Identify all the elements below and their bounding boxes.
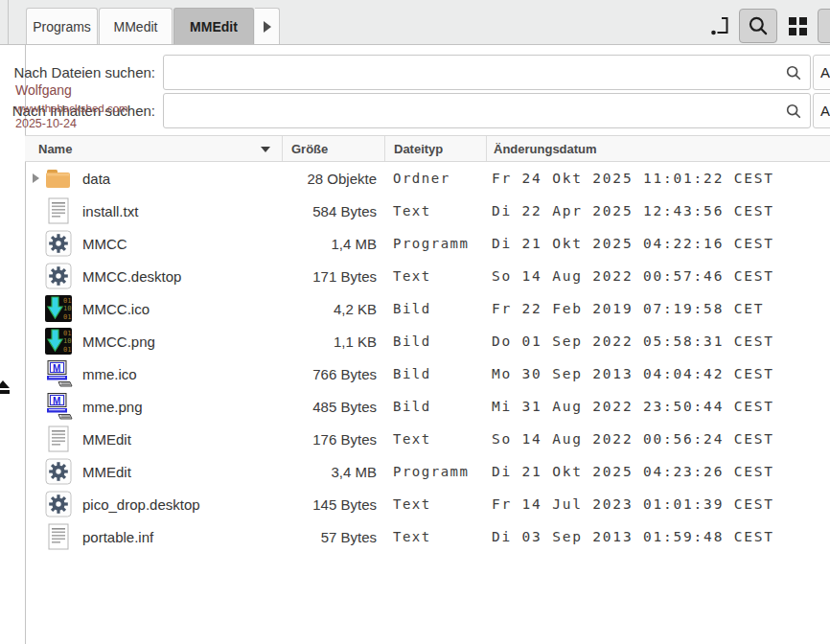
file-name: MMCC.desktop	[82, 268, 181, 285]
file-date: Fr 24 Okt 2025 11:01:22 CEST	[486, 171, 830, 186]
file-type: Programm	[384, 464, 486, 479]
column-header-size[interactable]: Größe	[282, 136, 384, 161]
file-size: 3,4 MB	[282, 464, 384, 480]
file-size: 57 Bytes	[282, 529, 384, 545]
search-content-input[interactable]	[172, 94, 779, 129]
table-row[interactable]: mme.ico 766 Bytes Bild Mo 30 Sep 2013 04…	[25, 357, 830, 390]
gear-icon	[44, 457, 73, 486]
file-type: Text	[384, 496, 486, 512]
file-date: Mi 31 Aug 2022 23:50:44 CEST	[486, 399, 830, 414]
search-content-side-button[interactable]: A	[813, 93, 830, 128]
file-type: Bild	[384, 366, 486, 381]
file-type: Bild	[384, 334, 486, 349]
watermark-date: 2025-10-24	[15, 118, 77, 130]
search-toggle-button[interactable]	[739, 9, 777, 43]
column-header-size-label: Größe	[291, 142, 328, 156]
file-date: So 14 Aug 2022 00:57:46 CEST	[486, 268, 830, 284]
column-header-date-label: Änderungsdatum	[494, 142, 597, 156]
list-view-button[interactable]	[818, 9, 830, 43]
column-header-name-label: Name	[38, 142, 72, 156]
column-header-name[interactable]: Name	[25, 136, 282, 161]
computer-icon	[44, 392, 73, 421]
file-size: 28 Objekte	[282, 171, 384, 187]
watermark-name: Wolfgang	[15, 83, 72, 97]
table-row[interactable]: install.txt 584 Bytes Text Di 22 Apr 202…	[25, 195, 830, 227]
column-header-type[interactable]: Dateityp	[384, 136, 486, 161]
file-name: mme.ico	[82, 366, 137, 382]
file-type: Programm	[384, 236, 486, 251]
tab-jump-button[interactable]	[706, 12, 735, 39]
search-files-field-wrap	[163, 55, 811, 90]
chevron-right-icon	[264, 21, 271, 33]
file-size: 176 Bytes	[282, 431, 384, 448]
file-size: 4,2 KB	[282, 301, 384, 317]
file-date: So 14 Aug 2022 00:56:24 CEST	[486, 431, 830, 447]
folder-icon	[44, 164, 73, 193]
file-type: Bild	[384, 399, 486, 414]
file-type: Text	[384, 268, 486, 284]
tab-programs[interactable]: Programs	[26, 8, 98, 44]
gear-icon	[44, 490, 73, 518]
file-date: Di 21 Okt 2025 04:22:16 CEST	[486, 236, 830, 251]
file-name: MMCC	[82, 236, 127, 252]
file-size: 485 Bytes	[282, 399, 384, 415]
download-binary-icon	[44, 327, 73, 356]
file-date: Mo 30 Sep 2013 04:04:42 CEST	[486, 366, 830, 381]
watermark-url: www.thebackshed.com	[15, 104, 128, 115]
file-size: 145 Bytes	[282, 496, 384, 513]
table-row[interactable]: portable.inf 57 Bytes Text Di 03 Sep 201…	[25, 520, 830, 553]
tabbar-divider	[8, 0, 9, 44]
file-size: 1,1 KB	[282, 334, 384, 350]
file-type: Text	[384, 203, 486, 218]
file-size: 766 Bytes	[282, 366, 384, 382]
text-file-icon	[44, 196, 73, 225]
gear-icon	[44, 262, 73, 290]
tab-mmedit[interactable]: MMedit	[99, 8, 173, 44]
table-row[interactable]: MMEdit 176 Bytes Text So 14 Aug 2022 00:…	[25, 423, 830, 455]
file-type: Text	[384, 431, 486, 447]
tab-jump-icon	[709, 14, 732, 37]
file-size: 1,4 MB	[282, 236, 384, 252]
file-date: Fr 22 Feb 2019 07:19:58 CET	[486, 301, 830, 316]
table-row[interactable]: MMCC.desktop 171 Bytes Text So 14 Aug 20…	[25, 260, 830, 292]
table-row[interactable]: mme.png 485 Bytes Bild Mi 31 Aug 2022 23…	[25, 390, 830, 423]
file-size: 584 Bytes	[282, 203, 384, 219]
file-date: Fr 14 Jul 2023 01:01:39 CEST	[486, 496, 830, 512]
table-row[interactable]: MMEdit 3,4 MB Programm Di 21 Okt 2025 04…	[25, 455, 830, 488]
table-row[interactable]: pico_drop.desktop 145 Bytes Text Fr 14 J…	[25, 488, 830, 520]
table-row[interactable]: data 28 Objekte Ordner Fr 24 Okt 2025 11…	[25, 162, 830, 195]
file-name: pico_drop.desktop	[82, 496, 200, 513]
grid-view-button[interactable]	[781, 12, 814, 39]
file-type: Text	[384, 529, 486, 544]
expander-icon[interactable]	[27, 173, 44, 183]
file-name: mme.png	[82, 399, 143, 415]
table-header: Name Größe Dateityp Änderungsdatum	[25, 135, 830, 162]
file-date: Di 03 Sep 2013 01:59:48 CEST	[486, 529, 830, 544]
file-type: Ordner	[384, 171, 486, 186]
text-file-icon	[44, 522, 73, 551]
tab-mmedit-active[interactable]: MMEdit	[173, 8, 254, 44]
file-name: MMCC.png	[82, 334, 155, 350]
file-name: MMCC.ico	[82, 301, 150, 317]
table-row[interactable]: MMCC.ico 4,2 KB Bild Fr 22 Feb 2019 07:1…	[25, 292, 830, 325]
column-header-date[interactable]: Änderungsdatum	[486, 136, 830, 161]
search-icon	[785, 64, 802, 81]
file-date: Di 21 Okt 2025 04:23:26 CEST	[486, 464, 830, 479]
tab-bar: Programs MMedit MMEdit	[0, 0, 830, 45]
sort-descending-icon	[261, 147, 270, 152]
search-icon	[785, 103, 802, 120]
gear-icon	[44, 229, 73, 258]
file-date: Di 22 Apr 2025 12:43:56 CEST	[486, 203, 830, 218]
table-row[interactable]: MMCC.png 1,1 KB Bild Do 01 Sep 2022 05:5…	[25, 325, 830, 357]
search-files-input[interactable]	[172, 56, 779, 91]
eject-icon	[0, 380, 12, 396]
computer-icon	[44, 359, 73, 388]
tab-overflow-button[interactable]	[255, 8, 280, 44]
search-files-label: Nach Dateien suchen:	[2, 64, 155, 80]
file-size: 171 Bytes	[282, 268, 384, 285]
file-name: data	[82, 171, 110, 187]
search-files-side-button[interactable]: A	[813, 55, 830, 90]
table-row[interactable]: MMCC 1,4 MB Programm Di 21 Okt 2025 04:2…	[25, 227, 830, 260]
file-date: Do 01 Sep 2022 05:58:31 CEST	[486, 334, 830, 349]
file-type: Bild	[384, 301, 486, 316]
